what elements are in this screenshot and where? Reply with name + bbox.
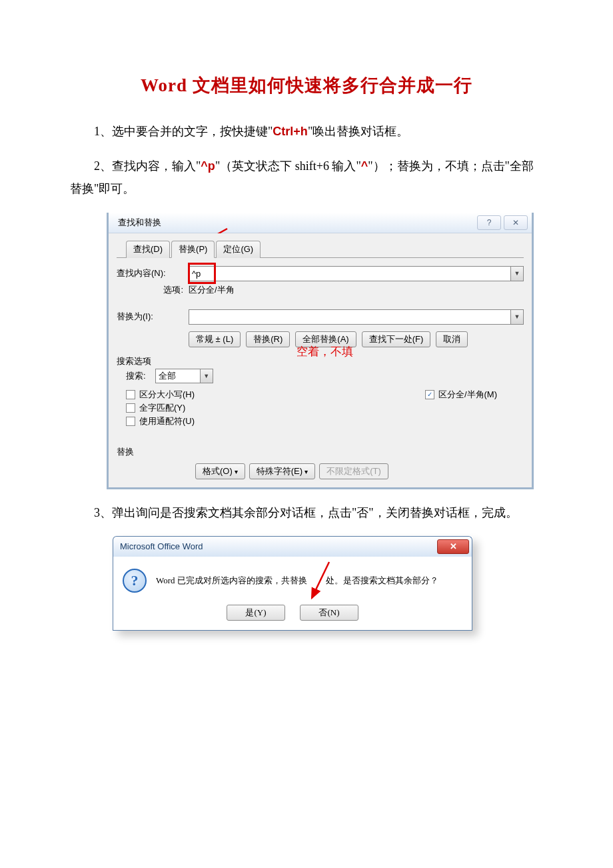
- chk-wildcard[interactable]: [126, 417, 135, 426]
- code-text: ^p: [201, 159, 215, 173]
- find-input[interactable]: ^p: [189, 266, 511, 281]
- message-dialog: Microsoft Office Word ✕ ? Word 已完成对所选内容的…: [113, 536, 472, 631]
- chk-wildcard-label: 使用通配符(U): [139, 415, 195, 427]
- left-options: 区分大小写(H) 全字匹配(Y) 使用通配符(U): [117, 387, 195, 429]
- search-options: 搜索选项 搜索: 全部 ▼ 区分大小写(H) 全字匹配(Y): [117, 355, 524, 429]
- dialog-title-text: 查找和替换: [118, 217, 161, 229]
- normal-button[interactable]: 常规 ± (L): [189, 331, 241, 347]
- doc-title: Word 文档里如何快速将多行合并成一行: [70, 73, 543, 97]
- replacewith-input[interactable]: [189, 309, 511, 325]
- option-group: 区分大小写(H) 全字匹配(Y) 使用通配符(U) ✓: [117, 387, 524, 429]
- msg-buttons: 是(Y) 否(N): [123, 605, 462, 621]
- close-button[interactable]: ✕: [504, 215, 528, 230]
- chk-wildcard-row: 使用通配符(U): [126, 415, 195, 427]
- find-row: 查找内容(N): ^p ▼: [117, 266, 524, 281]
- find-replace-dialog: 查找和替换 ? ✕ 查找(D) 替换(P) 定位(G) 查找内容(N): ^p …: [107, 213, 534, 489]
- right-options: ✓ 区分全/半角(M): [425, 387, 497, 429]
- options-row: 选项: 区分全/半角: [117, 284, 524, 296]
- dialog-body: 查找(D) 替换(P) 定位(G) 查找内容(N): ^p ▼ 选项: 区分全/…: [109, 233, 532, 487]
- search-scope-row: 搜索: 全部 ▼: [126, 369, 524, 383]
- special-button[interactable]: 特殊字符(E): [249, 463, 315, 479]
- msg-text: Word 已完成对所选内容的搜索，共替换 处。是否搜索文档其余部分？: [156, 575, 438, 587]
- format-row: 格式(O) 特殊字符(E) 不限定格式(T): [195, 463, 524, 479]
- paragraph-1: 1、选中要合并的文字，按快捷键"Ctrl+h"唤出替换对话框。: [70, 120, 543, 143]
- nofmt-button[interactable]: 不限定格式(T): [319, 463, 388, 479]
- replacewith-dropdown-icon[interactable]: ▼: [511, 309, 524, 325]
- dialog-tabs: 查找(D) 替换(P) 定位(G): [117, 240, 524, 258]
- replacewith-label: 替换为(I):: [117, 311, 189, 323]
- p2-lead: 2、查找内容，输入": [94, 159, 201, 173]
- tab-goto[interactable]: 定位(G): [216, 241, 261, 258]
- p2-mid: "（英文状态下 shift+6 输入": [215, 159, 361, 173]
- chk-whole[interactable]: [126, 403, 135, 413]
- help-button[interactable]: ?: [477, 215, 501, 230]
- chk-fullhalf-label: 区分全/半角(M): [438, 389, 497, 401]
- p1-lead: 1、选中要合并的文字，按快捷键": [94, 125, 273, 138]
- chk-case[interactable]: [126, 390, 135, 399]
- chk-fullhalf-row: ✓ 区分全/半角(M): [425, 389, 497, 401]
- document-page: Word 文档里如何快速将多行合并成一行 1、选中要合并的文字，按快捷键"Ctr…: [0, 0, 613, 868]
- find-dropdown-icon[interactable]: ▼: [511, 266, 524, 281]
- hotkey-text: Ctrl+h: [273, 125, 308, 138]
- replacewith-row: 替换为(I): ▼: [117, 309, 524, 325]
- options-value: 区分全/半角: [189, 284, 235, 296]
- no-button[interactable]: 否(N): [300, 605, 358, 621]
- search-scope-dropdown-icon[interactable]: ▼: [201, 369, 213, 383]
- msg-body: ? Word 已完成对所选内容的搜索，共替换 处。是否搜索文档其余部分？ 是(Y…: [113, 557, 472, 631]
- chk-case-label: 区分大小写(H): [139, 389, 195, 401]
- msg-title-text: Microsoft Office Word: [120, 541, 203, 551]
- msg-close-button[interactable]: ✕: [437, 539, 469, 554]
- paragraph-3: 3、弹出询问是否搜索文档其余部分对话框，点击"否"，关闭替换对话框，完成。: [70, 501, 543, 524]
- msg-after: 处。是否搜索文档其余部分？: [326, 575, 438, 585]
- replace-all-button[interactable]: 全部替换(A): [295, 331, 356, 347]
- search-scope-select[interactable]: 全部: [155, 369, 201, 383]
- question-icon: ?: [123, 569, 147, 593]
- find-next-button[interactable]: 查找下一处(F): [362, 331, 431, 347]
- msg-titlebar: Microsoft Office Word ✕: [113, 536, 472, 557]
- msg-before: Word 已完成对所选内容的搜索，共替换: [156, 575, 307, 585]
- tab-replace[interactable]: 替换(P): [171, 241, 215, 258]
- search-label: 搜索:: [126, 370, 146, 382]
- msg-content: ? Word 已完成对所选内容的搜索，共替换 处。是否搜索文档其余部分？: [123, 569, 462, 593]
- chk-whole-row: 全字匹配(Y): [126, 402, 195, 414]
- format-button[interactable]: 格式(O): [195, 463, 245, 479]
- dialog-buttons: 常规 ± (L) 替换(R) 全部替换(A) 查找下一处(F) 取消: [189, 331, 524, 347]
- tab-find[interactable]: 查找(D): [126, 241, 170, 258]
- paragraph-2: 2、查找内容，输入"^p"（英文状态下 shift+6 输入"^"）；替换为，不…: [70, 155, 543, 200]
- yes-button[interactable]: 是(Y): [227, 605, 285, 621]
- window-buttons: ? ✕: [477, 215, 528, 230]
- options-label: 选项:: [117, 284, 189, 296]
- search-scope-value: 全部: [159, 370, 176, 382]
- search-options-label: 搜索选项: [117, 355, 524, 367]
- chk-whole-label: 全字匹配(Y): [139, 402, 185, 414]
- chk-fullhalf[interactable]: ✓: [425, 390, 434, 399]
- replace-button[interactable]: 替换(R): [246, 331, 290, 347]
- cancel-button[interactable]: 取消: [436, 331, 468, 347]
- chk-case-row: 区分大小写(H): [126, 389, 195, 401]
- dialog-titlebar: 查找和替换 ? ✕: [109, 213, 532, 233]
- find-value: ^p: [192, 269, 201, 279]
- caret-text: ^: [361, 159, 368, 173]
- p1-tail: "唤出替换对话框。: [308, 125, 408, 138]
- find-label: 查找内容(N):: [117, 267, 189, 279]
- replace-section-label: 替换: [117, 446, 524, 458]
